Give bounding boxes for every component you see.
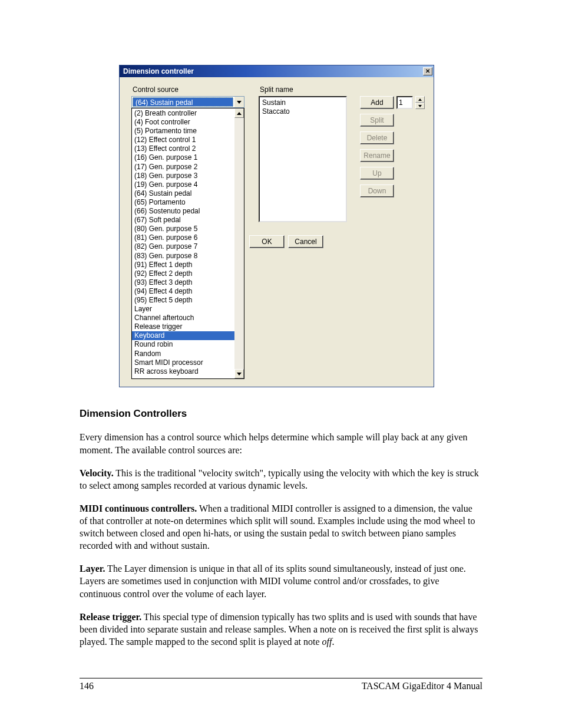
dropdown-item[interactable]: (83) Gen. purpose 8	[132, 252, 234, 261]
dimension-controller-dialog: Dimension controller ✕ Control source Sp…	[119, 65, 434, 387]
dropdown-item[interactable]: (64) Sustain pedal	[132, 189, 234, 198]
split-item[interactable]: Sustain	[262, 98, 343, 107]
dropdown-item[interactable]: (5) Portamento time	[132, 127, 234, 136]
velocity-paragraph: Velocity. This is the traditional "veloc…	[80, 467, 482, 492]
dialog-titlebar[interactable]: Dimension controller ✕	[120, 65, 434, 77]
page-footer: 146 TASCAM GigaEditor 4 Manual	[80, 678, 482, 691]
cancel-button[interactable]: Cancel	[288, 235, 323, 248]
release-paragraph: Release trigger. This special type of di…	[80, 611, 482, 648]
scroll-up-icon[interactable]	[234, 108, 244, 118]
dropdown-item[interactable]: (67) Soft pedal	[132, 216, 234, 225]
dropdown-item[interactable]: (2) Breath controller	[132, 109, 234, 118]
dropdown-item[interactable]: Random	[132, 350, 234, 358]
chevron-down-icon[interactable]	[234, 97, 244, 107]
dropdown-item[interactable]: (4) Foot controller	[132, 118, 234, 127]
dropdown-item[interactable]: (93) Effect 3 depth	[132, 278, 234, 287]
control-source-label: Control source	[133, 85, 178, 94]
split-name-listbox[interactable]: SustainStaccato	[259, 96, 347, 222]
manual-title: TASCAM GigaEditor 4 Manual	[362, 681, 482, 691]
midi-label: MIDI continuous controllers.	[80, 503, 197, 513]
dropdown-item[interactable]: (12) Effect control 1	[132, 136, 234, 144]
dropdown-item[interactable]: Round robin	[132, 340, 234, 349]
dropdown-item[interactable]: Release trigger	[132, 322, 234, 331]
dropdown-item[interactable]: (92) Effect 2 depth	[132, 269, 234, 278]
spin-down-icon[interactable]	[415, 103, 425, 109]
scrollbar[interactable]	[234, 108, 244, 378]
up-button[interactable]: Up	[360, 167, 394, 180]
page-number: 146	[80, 681, 94, 691]
release-off-word: off	[322, 637, 332, 647]
document-body: Dimension Controllers Every dimension ha…	[80, 407, 482, 648]
dropdown-item[interactable]: Layer	[132, 305, 234, 314]
delete-button[interactable]: Delete	[360, 131, 394, 144]
split-button[interactable]: Split	[360, 114, 394, 127]
spin-up-icon[interactable]	[415, 96, 425, 103]
dropdown-item[interactable]: Channel aftertouch	[132, 314, 234, 322]
dropdown-item[interactable]: (19) Gen. purpose 4	[132, 180, 234, 189]
dropdown-item[interactable]: (17) Gen. purpose 2	[132, 163, 234, 172]
dropdown-item[interactable]: (95) Effect 5 depth	[132, 296, 234, 305]
intro-paragraph: Every dimension has a control source whi…	[80, 431, 482, 456]
dropdown-item[interactable]: (66) Sostenuto pedal	[132, 207, 234, 216]
layer-paragraph: Layer. The Layer dimension is unique in …	[80, 562, 482, 599]
scroll-down-icon[interactable]	[234, 369, 244, 378]
add-button[interactable]: Add	[360, 96, 394, 109]
split-name-label: Split name	[260, 85, 293, 94]
split-item[interactable]: Staccato	[262, 107, 343, 116]
dropdown-item[interactable]: (18) Gen. purpose 3	[132, 172, 234, 180]
dropdown-item[interactable]: Keyboard	[132, 331, 234, 340]
dropdown-item[interactable]: (82) Gen. purpose 7	[132, 242, 234, 251]
control-source-dropdown[interactable]: (2) Breath controller(4) Foot controller…	[131, 108, 244, 379]
dropdown-item[interactable]: (13) Effect control 2	[132, 144, 234, 153]
dropdown-item[interactable]: Smart MIDI processor	[132, 358, 234, 367]
combo-selected-value: (64) Sustain pedal	[133, 97, 233, 107]
dropdown-item[interactable]: (81) Gen. purpose 6	[132, 233, 234, 242]
dropdown-item[interactable]: (94) Effect 4 depth	[132, 287, 234, 296]
close-icon[interactable]: ✕	[423, 67, 432, 75]
layer-label: Layer.	[80, 564, 105, 574]
dropdown-item[interactable]: (91) Effect 1 depth	[132, 261, 234, 269]
dropdown-item[interactable]: (65) Portamento	[132, 198, 234, 207]
release-label: Release trigger.	[80, 612, 141, 622]
velocity-label: Velocity.	[80, 468, 114, 478]
ok-button[interactable]: OK	[249, 235, 285, 248]
dialog-title: Dimension controller	[123, 67, 194, 75]
down-button[interactable]: Down	[360, 185, 394, 197]
add-count-spinner[interactable]	[415, 96, 425, 109]
scroll-track[interactable]	[234, 118, 244, 369]
control-source-combo[interactable]: (64) Sustain pedal	[131, 96, 244, 108]
add-count-field[interactable]: 1	[396, 96, 413, 109]
dropdown-item[interactable]: (16) Gen. purpose 1	[132, 153, 234, 162]
dropdown-item[interactable]: RR across keyboard	[132, 367, 234, 376]
section-heading: Dimension Controllers	[80, 407, 482, 420]
rename-button[interactable]: Rename	[360, 149, 394, 162]
midi-paragraph: MIDI continuous controllers. When a trad…	[80, 502, 482, 552]
dropdown-item[interactable]: (80) Gen. purpose 5	[132, 225, 234, 233]
